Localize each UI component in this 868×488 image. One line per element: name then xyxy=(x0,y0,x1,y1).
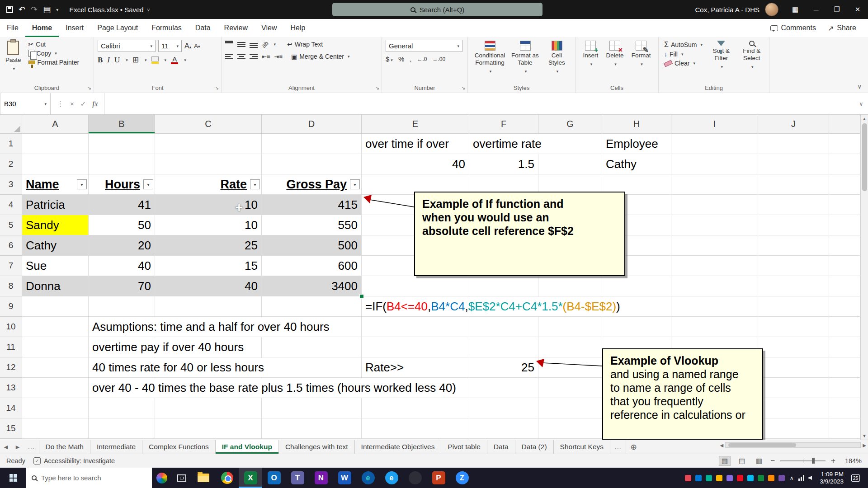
cortana-icon[interactable] xyxy=(156,473,167,483)
filter-button[interactable]: ▾ xyxy=(77,179,87,189)
tab-review[interactable]: Review xyxy=(217,19,255,37)
row-header[interactable]: 1 xyxy=(0,134,22,154)
minimize-button[interactable]: ─ xyxy=(806,0,826,19)
comma-format-button[interactable]: , xyxy=(410,55,411,63)
cell[interactable] xyxy=(758,235,829,256)
avatar[interactable] xyxy=(765,3,778,16)
close-button[interactable]: ✕ xyxy=(847,0,868,19)
paste-button[interactable]: Paste▾ xyxy=(4,40,23,73)
cell[interactable] xyxy=(758,215,829,235)
font-dialog-launcher[interactable]: ↘ xyxy=(215,85,219,91)
sort-filter-button[interactable]: Sort & Filter▾ xyxy=(707,40,735,71)
cell[interactable]: 40 xyxy=(362,154,469,174)
sheet-tab-intermediate[interactable]: Intermediate xyxy=(90,440,142,454)
row-header[interactable]: 14 xyxy=(0,398,22,418)
cell[interactable]: 1.5 xyxy=(469,154,538,174)
cell[interactable]: overtime rate xyxy=(469,134,538,154)
cell[interactable] xyxy=(362,317,469,337)
sheet-tab-if-and-vlookup[interactable]: IF and Vlookup xyxy=(216,440,279,454)
cell[interactable] xyxy=(671,296,758,317)
comment-box-if-function[interactable]: Example of If function and when you woul… xyxy=(414,192,625,276)
row-header[interactable]: 4 xyxy=(0,195,22,215)
tab-formulas[interactable]: Formulas xyxy=(145,19,189,37)
cell[interactable] xyxy=(829,134,860,154)
sheet-tab-data-2-[interactable]: Data (2) xyxy=(515,440,554,454)
tray-icon[interactable] xyxy=(706,475,712,481)
cell[interactable] xyxy=(262,357,362,378)
select-all-corner[interactable] xyxy=(0,115,22,134)
filter-button[interactable]: ▾ xyxy=(143,179,153,189)
tray-icon[interactable] xyxy=(758,475,764,481)
cell[interactable]: Rate>> xyxy=(362,357,469,378)
cell[interactable]: 70 xyxy=(89,276,155,296)
cell[interactable] xyxy=(538,357,602,378)
underline-button[interactable]: U xyxy=(114,56,120,65)
fill-button[interactable]: ↓Fill▾ xyxy=(662,50,704,59)
cell-styles-button[interactable]: Cell Styles▾ xyxy=(543,40,571,76)
sheet-nav-right-icon[interactable]: ▶ xyxy=(12,440,24,454)
scroll-left-icon[interactable]: ◀ xyxy=(720,443,724,448)
cell[interactable] xyxy=(671,195,758,215)
formula-bar-expand-icon[interactable]: ∨ xyxy=(854,93,868,114)
cell[interactable] xyxy=(469,418,538,439)
tab-insert[interactable]: Insert xyxy=(59,19,90,37)
taskbar-app-obs[interactable] xyxy=(403,468,427,488)
cell[interactable] xyxy=(671,276,758,296)
volume-icon[interactable] xyxy=(808,476,812,480)
tray-icon[interactable] xyxy=(737,475,743,481)
cell[interactable] xyxy=(829,276,860,296)
cell[interactable] xyxy=(89,134,155,154)
bold-button[interactable]: B xyxy=(98,56,103,65)
cell[interactable]: 15 xyxy=(155,256,262,276)
name-box[interactable]: B30▾ xyxy=(0,93,51,114)
cell[interactable]: 40 xyxy=(89,256,155,276)
cell[interactable] xyxy=(758,276,829,296)
conditional-formatting-button[interactable]: Conditional Formatting▾ xyxy=(472,40,508,76)
merge-center-button[interactable]: ▣Merge & Center▾ xyxy=(289,52,352,61)
row-header[interactable]: 8 xyxy=(0,276,22,296)
hidden-icons-chevron[interactable]: ∧ xyxy=(790,475,794,481)
qat-dropdown-icon[interactable]: ▾ xyxy=(56,7,58,12)
cell[interactable]: Hours▾ xyxy=(89,174,155,195)
cell[interactable] xyxy=(22,378,89,398)
cell[interactable]: over 40 - 40 times the base rate plus 1.… xyxy=(89,378,155,398)
clock[interactable]: 1:09 PM 3/9/2023 xyxy=(820,471,844,485)
new-sheet-button[interactable]: ⊕ xyxy=(626,440,642,454)
comments-button[interactable]: Comments xyxy=(770,24,816,32)
increase-indent-icon[interactable]: ⇥≡ xyxy=(274,53,282,60)
decrease-indent-icon[interactable]: ⇤≡ xyxy=(262,53,270,60)
cell[interactable] xyxy=(829,357,860,378)
cell[interactable] xyxy=(262,337,362,357)
borders-icon[interactable]: ⊞ xyxy=(132,55,139,65)
cell[interactable]: overtime pay if over 40 hours xyxy=(89,337,155,357)
cell[interactable] xyxy=(155,134,262,154)
tab-view[interactable]: View xyxy=(255,19,283,37)
percent-format-button[interactable]: % xyxy=(398,55,404,63)
sheet-tab-intermediate-objectives[interactable]: Intermediate Objectives xyxy=(355,440,442,454)
cell[interactable] xyxy=(671,154,758,174)
tray-icon[interactable] xyxy=(716,475,722,481)
column-header[interactable]: G xyxy=(538,115,602,134)
sheet-tab-pivot-table[interactable]: Pivot table xyxy=(441,440,487,454)
undo-icon[interactable]: ↶ xyxy=(19,5,25,14)
cut-button[interactable]: ✂Cut xyxy=(27,40,81,49)
taskbar-app-teams[interactable]: T xyxy=(286,468,309,488)
cell[interactable] xyxy=(538,317,602,337)
cell[interactable]: Rate▾ xyxy=(155,174,262,195)
cell[interactable]: Name▾ xyxy=(22,174,89,195)
cell[interactable] xyxy=(262,154,362,174)
clear-button[interactable]: Clear▾ xyxy=(662,59,704,68)
cell[interactable]: 600 xyxy=(262,256,362,276)
cell[interactable] xyxy=(602,317,671,337)
cell[interactable] xyxy=(758,256,829,276)
decrease-font-icon[interactable]: A▾ xyxy=(194,42,200,49)
cell[interactable] xyxy=(758,134,829,154)
cell[interactable]: Gross Pay▾ xyxy=(262,174,362,195)
fill-handle[interactable] xyxy=(359,294,364,299)
task-view-icon[interactable] xyxy=(177,474,186,482)
cell[interactable] xyxy=(829,154,860,174)
align-right-icon[interactable] xyxy=(250,54,258,59)
cell[interactable] xyxy=(89,296,155,317)
row-header[interactable]: 3 xyxy=(0,174,22,195)
cell[interactable] xyxy=(671,134,758,154)
